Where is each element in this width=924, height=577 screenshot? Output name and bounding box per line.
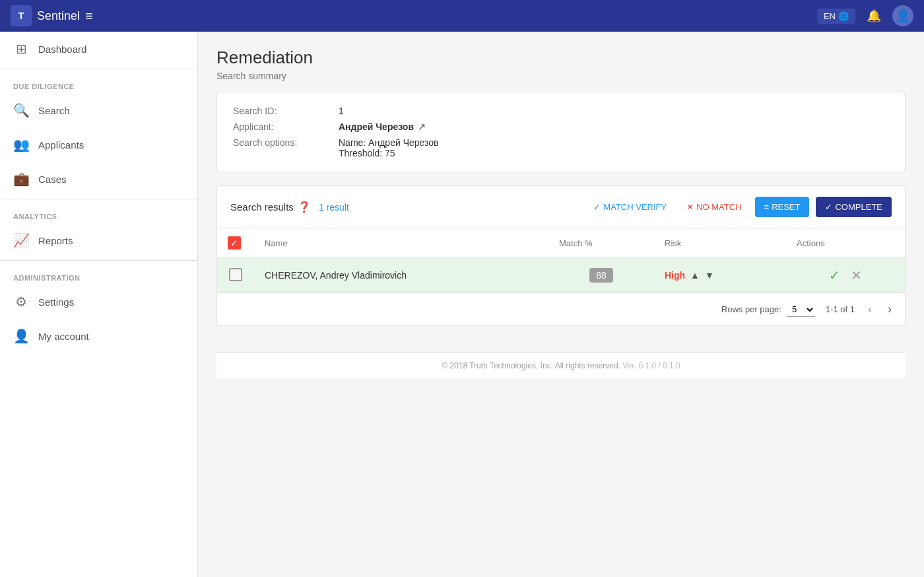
footer: © 2018 Truth Technologies, Inc. All righ… bbox=[216, 353, 906, 378]
close-icon: ✕ bbox=[686, 202, 694, 212]
search-summary-card: Search ID: 1 Applicant: Андрей Черезов ↗… bbox=[216, 92, 906, 172]
rows-per-page-select[interactable]: 5 10 25 bbox=[787, 302, 815, 317]
no-match-button[interactable]: ✕ NO MATCH bbox=[680, 198, 748, 216]
col-header-risk: Risk bbox=[654, 228, 786, 258]
layout: ⊞ Dashboard DUE DILIGENCE 🔍 Search 👥 App… bbox=[0, 32, 924, 577]
section-analytics: ANALYTICS bbox=[0, 202, 197, 223]
section-due-diligence: DUE DILIGENCE bbox=[0, 72, 197, 93]
checkmark-icon: ✓ bbox=[593, 202, 601, 212]
search-icon: 🔍 bbox=[13, 102, 29, 118]
footer-version: Ver. 0.1.0 / 0.1.0 bbox=[622, 361, 680, 370]
sidebar-item-cases[interactable]: 💼 Cases bbox=[0, 162, 197, 196]
risk-level: High bbox=[665, 270, 685, 281]
section-administration: ADMINISTRATION bbox=[0, 263, 197, 285]
row-actions-cell: ✓ ✕ bbox=[786, 258, 905, 293]
topnav: T Sentinel ≡ EN 🌐 🔔 👤 bbox=[0, 0, 924, 32]
dashboard-icon: ⊞ bbox=[13, 41, 29, 57]
sidebar-label-settings: Settings bbox=[38, 296, 74, 308]
sidebar-label-applicants: Applicants bbox=[38, 139, 84, 151]
row-risk-cell: High ▲ ▼ bbox=[654, 258, 786, 293]
summary-row-id: Search ID: 1 bbox=[233, 106, 889, 116]
row-match-cell: 88 bbox=[548, 258, 654, 293]
results-count: 1 result bbox=[319, 202, 349, 213]
risk-area: High ▲ ▼ bbox=[665, 270, 776, 281]
reject-icon[interactable]: ✕ bbox=[851, 267, 862, 283]
next-page-button[interactable]: › bbox=[885, 300, 894, 319]
search-id-value: 1 bbox=[339, 106, 344, 116]
prev-page-button[interactable]: ‹ bbox=[865, 300, 874, 319]
sidebar-item-reports[interactable]: 📈 Reports bbox=[0, 223, 197, 257]
results-actions: ✓ MATCH VERIFY ✕ NO MATCH ≡ RESET ✓ COMP… bbox=[587, 197, 892, 217]
reset-icon: ≡ bbox=[764, 202, 770, 212]
applicant-value: Андрей Черезов ↗ bbox=[339, 121, 426, 132]
approve-icon[interactable]: ✓ bbox=[829, 267, 840, 283]
user-avatar[interactable]: 👤 bbox=[892, 5, 913, 26]
sidebar-label-dashboard: Dashboard bbox=[38, 44, 86, 55]
search-id-label: Search ID: bbox=[233, 106, 339, 116]
table-row: CHEREZOV, Andrey Vladimirovich 88 High ▲… bbox=[217, 258, 905, 293]
divider-3 bbox=[0, 260, 197, 261]
sidebar-label-search: Search bbox=[38, 105, 70, 116]
notification-icon[interactable]: 🔔 bbox=[863, 5, 884, 26]
applicant-label: Applicant: bbox=[233, 121, 339, 132]
sidebar-label-cases: Cases bbox=[38, 174, 67, 185]
row-name-cell: CHEREZOV, Andrey Vladimirovich bbox=[254, 258, 548, 293]
menu-icon[interactable]: ≡ bbox=[85, 9, 93, 24]
table-header-row: ✓ Name Match % Risk Actions bbox=[217, 228, 905, 258]
row-checkbox-cell bbox=[217, 258, 254, 293]
rows-per-page-label: Rows per page: bbox=[721, 304, 781, 314]
sort-asc-button[interactable]: ▲ bbox=[690, 270, 700, 281]
applicants-icon: 👥 bbox=[13, 137, 29, 153]
results-header: Search results ❓ 1 result ✓ MATCH VERIFY… bbox=[217, 186, 905, 228]
language-icon: 🌐 bbox=[838, 11, 849, 21]
complete-icon: ✓ bbox=[825, 202, 832, 212]
external-link-icon[interactable]: ↗ bbox=[418, 121, 426, 132]
sidebar-item-my-account[interactable]: 👤 My account bbox=[0, 319, 197, 353]
sidebar: ⊞ Dashboard DUE DILIGENCE 🔍 Search 👥 App… bbox=[0, 32, 198, 577]
footer-copyright: © 2018 Truth Technologies, Inc. All righ… bbox=[442, 361, 620, 370]
search-options-value: Name: Андрей Черезов Threshold: 75 bbox=[339, 137, 439, 158]
col-header-name: Name bbox=[254, 228, 548, 258]
search-summary-subtitle: Search summary bbox=[216, 71, 906, 81]
complete-button[interactable]: ✓ COMPLETE bbox=[816, 197, 892, 217]
col-header-check: ✓ bbox=[217, 228, 254, 258]
page-title: Remediation bbox=[216, 48, 906, 68]
search-results-card: Search results ❓ 1 result ✓ MATCH VERIFY… bbox=[216, 186, 906, 326]
app-title: Sentinel bbox=[37, 9, 80, 23]
reset-button[interactable]: ≡ RESET bbox=[755, 197, 810, 217]
topnav-right: EN 🌐 🔔 👤 bbox=[817, 5, 913, 26]
sidebar-item-dashboard[interactable]: ⊞ Dashboard bbox=[0, 32, 197, 66]
sidebar-item-settings[interactable]: ⚙ Settings bbox=[0, 285, 197, 319]
match-badge: 88 bbox=[589, 268, 613, 283]
select-all-checkbox[interactable]: ✓ bbox=[228, 236, 241, 250]
match-verify-button[interactable]: ✓ MATCH VERIFY bbox=[587, 198, 673, 216]
divider-2 bbox=[0, 199, 197, 199]
logo-area: T Sentinel ≡ bbox=[11, 5, 817, 26]
sidebar-item-applicants[interactable]: 👥 Applicants bbox=[0, 127, 197, 162]
summary-row-applicant: Applicant: Андрей Черезов ↗ bbox=[233, 121, 889, 132]
reports-icon: 📈 bbox=[13, 232, 29, 248]
results-title: Search results ❓ bbox=[230, 201, 311, 213]
pagination-row: Rows per page: 5 10 25 1-1 of 1 ‹ › bbox=[217, 293, 905, 325]
logo-box: T bbox=[11, 5, 32, 26]
col-header-match: Match % bbox=[548, 228, 654, 258]
main-content: Remediation Search summary Search ID: 1 … bbox=[198, 32, 924, 577]
summary-row-options: Search options: Name: Андрей Черезов Thr… bbox=[233, 137, 889, 158]
page-info: 1-1 of 1 bbox=[826, 304, 855, 314]
sidebar-label-my-account: My account bbox=[38, 331, 89, 342]
help-icon[interactable]: ❓ bbox=[298, 201, 311, 213]
search-options-label: Search options: bbox=[233, 137, 339, 158]
sidebar-item-search[interactable]: 🔍 Search bbox=[0, 93, 197, 127]
settings-icon: ⚙ bbox=[13, 294, 29, 310]
divider-1 bbox=[0, 69, 197, 69]
rows-per-page: Rows per page: 5 10 25 bbox=[721, 302, 815, 317]
sidebar-label-reports: Reports bbox=[38, 235, 73, 246]
row-checkbox[interactable] bbox=[229, 268, 242, 281]
results-table: ✓ Name Match % Risk Actions CHEREZOV, An… bbox=[217, 228, 905, 293]
account-icon: 👤 bbox=[13, 328, 29, 344]
cases-icon: 💼 bbox=[13, 171, 29, 187]
col-header-actions: Actions bbox=[786, 228, 905, 258]
sort-desc-button[interactable]: ▼ bbox=[705, 270, 714, 281]
language-button[interactable]: EN 🌐 bbox=[817, 9, 855, 24]
